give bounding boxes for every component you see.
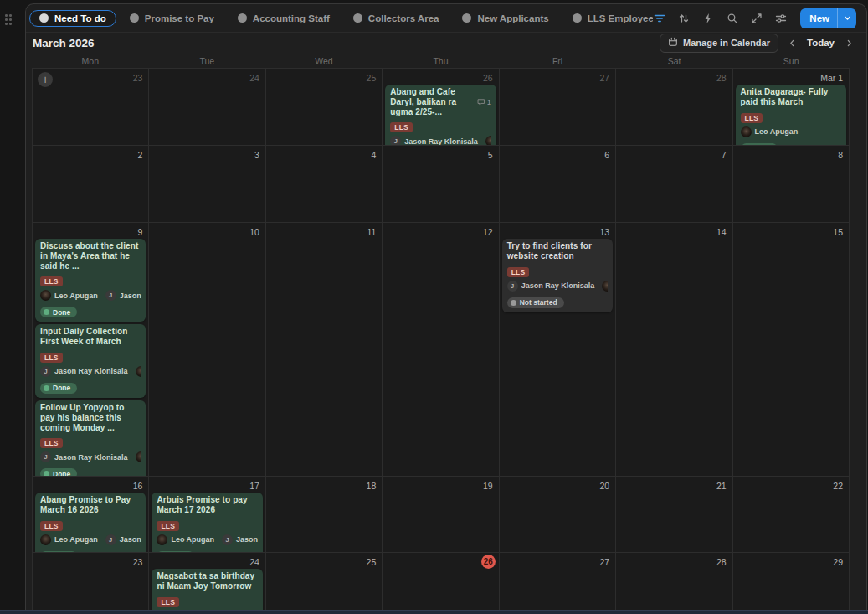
calendar-day-cell[interactable]: 9Discuss about the client in Maya's Area… — [33, 223, 149, 477]
event-card[interactable]: Abang and Cafe Daryl, balikan ra ugma 2/… — [385, 85, 496, 146]
assignee-list: Leo ApuganJJason Ray Klonisala — [157, 534, 257, 545]
calendar-day-cell[interactable]: 24 — [149, 69, 265, 146]
toolbar-icon-group — [653, 12, 788, 25]
calendar-day-cell[interactable]: 6 — [500, 146, 616, 223]
chevron-left-icon[interactable] — [785, 35, 800, 50]
calendar-view-panel: Need To doPromise to PayAccounting Staff… — [25, 3, 867, 614]
calendar-day-cell[interactable]: 29 — [733, 553, 850, 614]
avatar: J — [390, 136, 401, 146]
calendar-day-cell[interactable]: Mar 1Anita Dagaraga- Fully paid this Mar… — [733, 69, 850, 146]
calendar-day-cell[interactable]: 26Abang and Cafe Daryl, balikan ra ugma … — [383, 69, 499, 146]
calendar-day-cell[interactable]: 7 — [616, 146, 732, 223]
calendar-day-cell[interactable]: 8 — [733, 146, 850, 223]
calendar-day-cell[interactable]: 21 — [616, 477, 732, 553]
filter-icon[interactable] — [653, 12, 666, 25]
calendar-day-cell[interactable]: 13Try to find clients for website creati… — [500, 223, 616, 477]
calendar-day-cell[interactable]: 27 — [500, 69, 616, 146]
tab-bullet-icon — [238, 13, 247, 23]
calendar-day-cell[interactable]: 16Abang Promise to Pay March 16 2026LLSL… — [33, 477, 149, 553]
avatar: J — [222, 534, 233, 545]
calendar-day-cell[interactable]: 18 — [266, 477, 383, 553]
avatar — [602, 281, 608, 292]
tab-label: Promise to Pay — [145, 13, 214, 23]
calendar-day-cell[interactable]: 28 — [616, 69, 732, 146]
event-card[interactable]: Try to find clients for website creation… — [502, 239, 613, 312]
tab-new-applicants[interactable]: New Applicants — [452, 10, 558, 27]
calendar-day-cell[interactable]: 10 — [149, 223, 265, 477]
date-label: 2 — [138, 150, 143, 160]
date-label: Mar 1 — [820, 73, 843, 83]
tab-accounting-staff[interactable]: Accounting Staff — [228, 10, 340, 27]
search-icon[interactable] — [726, 12, 739, 25]
date-label: 16 — [133, 481, 143, 491]
tag-lls: LLS — [157, 521, 179, 531]
tune-icon[interactable] — [774, 12, 788, 25]
assignee: JJason Ray Klonisala — [40, 451, 128, 462]
calendar-day-cell[interactable]: 12 — [383, 223, 499, 477]
new-button[interactable]: New — [800, 8, 856, 28]
calendar-day-cell[interactable]: 17Arbuis Promise to pay March 17 2026LLS… — [149, 477, 265, 553]
calendar-day-cell[interactable]: 27 — [500, 553, 616, 614]
event-card[interactable]: Magsabot ta sa birthday ni Maam Joy Tomo… — [152, 569, 262, 614]
avatar — [40, 534, 51, 545]
calendar-day-cell[interactable]: 3 — [149, 146, 265, 223]
date-label: 10 — [249, 227, 259, 237]
calendar-day-cell[interactable]: 15 — [733, 223, 850, 477]
bottom-edge-strip — [0, 610, 868, 614]
event-card[interactable]: Abang Promise to Pay March 16 2026LLSLeo… — [35, 493, 146, 553]
status-dot — [44, 385, 49, 391]
event-card[interactable]: Input Daily Collection First Week of Mar… — [35, 324, 146, 398]
calendar-day-cell[interactable]: 11 — [266, 223, 383, 477]
event-card[interactable]: Discuss about the client in Maya's Area … — [35, 239, 146, 322]
date-label: 21 — [716, 481, 727, 491]
sort-icon[interactable] — [677, 12, 691, 25]
manage-in-calendar-button[interactable]: Manage in Calendar — [660, 34, 778, 53]
weekday-header-row: MonTueWedThuFriSatSun — [32, 54, 850, 68]
event-title: Abang and Cafe Daryl, balikan ra ugma 2/… — [390, 87, 474, 116]
expand-icon[interactable] — [750, 12, 763, 25]
assignee-list: Leo ApuganJJason Ray Klonisala — [40, 534, 141, 545]
tab-label: LLS Employees Contacts — [588, 13, 654, 23]
tab-promise-to-pay[interactable]: Promise to Pay — [120, 10, 224, 27]
view-tabs: Need To doPromise to PayAccounting Staff… — [29, 10, 653, 27]
calendar-day-cell[interactable]: 23 — [33, 553, 149, 614]
calendar-day-cell[interactable]: 22 — [733, 477, 850, 553]
calendar-day-cell[interactable]: 25 — [266, 69, 383, 146]
tab-collectors-area[interactable]: Collectors Area — [343, 10, 449, 27]
tab-need-to-do[interactable]: Need To do — [29, 10, 116, 27]
today-button[interactable]: Today — [805, 36, 836, 49]
event-card[interactable]: Follow Up Yopyop to pay his balance this… — [35, 400, 146, 477]
calendar-day-cell[interactable]: 26 — [383, 553, 499, 614]
tag-lls: LLS — [741, 113, 763, 123]
calendar-day-cell[interactable]: 14 — [616, 223, 732, 477]
calendar-day-cell[interactable]: +23 — [33, 69, 149, 146]
bolt-icon[interactable] — [701, 12, 715, 25]
calendar-day-cell[interactable]: 4 — [266, 146, 383, 223]
avatar — [157, 534, 167, 545]
assignee-name: Jason Ray Klonisala — [120, 292, 141, 300]
tag-lls: LLS — [40, 438, 63, 448]
view-toolbar: Need To doPromise to PayAccounting Staff… — [26, 4, 866, 33]
calendar-day-cell[interactable]: 5 — [383, 146, 499, 223]
tag-lls: LLS — [390, 122, 413, 132]
tab-bullet-icon — [462, 13, 471, 23]
calendar-day-cell[interactable]: 28 — [616, 553, 732, 614]
tag-lls: LLS — [40, 276, 63, 286]
tab-lls-employees-contacts[interactable]: LLS Employees Contacts — [562, 10, 654, 27]
calendar-icon — [668, 37, 678, 49]
event-card[interactable]: Arbuis Promise to pay March 17 2026LLSLe… — [152, 493, 262, 553]
event-card[interactable]: Anita Dagaraga- Fully paid this MarchLLS… — [736, 85, 846, 146]
add-event-button[interactable]: + — [38, 72, 53, 87]
calendar-day-cell[interactable]: 20 — [500, 477, 616, 553]
calendar-day-cell[interactable]: 19 — [383, 477, 499, 553]
drag-handle[interactable] — [5, 14, 12, 25]
assignee-name: Jason Ray Klonisala — [54, 367, 128, 375]
calendar-day-cell[interactable]: 2 — [33, 146, 149, 223]
calendar-day-cell[interactable]: 24Magsabot ta sa birthday ni Maam Joy To… — [149, 553, 265, 614]
calendar-day-cell[interactable]: 25 — [266, 553, 383, 614]
week-row: 2345678 — [33, 146, 850, 223]
date-label: 22 — [833, 481, 843, 491]
chevron-down-icon[interactable] — [838, 8, 856, 28]
toolbar-actions: New — [653, 8, 856, 28]
chevron-right-icon[interactable] — [841, 35, 856, 50]
